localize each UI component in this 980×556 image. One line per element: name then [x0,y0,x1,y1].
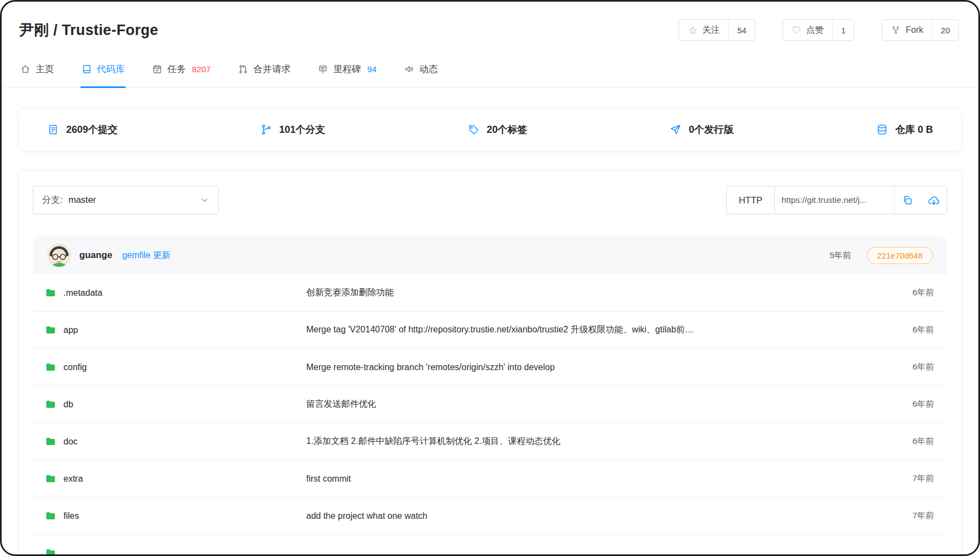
download-button[interactable] [920,186,947,214]
file-name: doc [63,437,78,447]
file-commit-message[interactable]: Merge tag 'V20140708' of http://reposito… [306,324,912,336]
repo-stats-bar: 2609个提交 101个分支 20个标签 [18,108,962,151]
copy-url-button[interactable] [894,186,920,214]
tab-milestones[interactable]: 里程碑 94 [317,52,377,87]
tab-milestones-label: 里程碑 [333,63,361,75]
repo-browser-card: 分支: master HTTP [18,170,962,556]
file-name: config [63,362,87,372]
branch-name: master [68,195,96,204]
fork-main[interactable]: Fork [882,20,932,40]
fork-label: Fork [906,25,923,35]
table-row[interactable]: app Merge tag 'V20140708' of http://repo… [33,312,947,349]
folder-icon [45,510,56,522]
table-row[interactable]: doc 1.添加文档 2.邮件中缺陷序号计算机制优化 2.项目、课程动态优化 6… [33,423,947,460]
file-name: files [63,511,79,521]
latest-commit-meta: 5年前 221e70d648 [830,247,933,264]
file-commit-message[interactable]: add the project what one watch [306,511,912,521]
milestone-icon [318,64,328,74]
tab-activity[interactable]: 动态 [403,52,439,87]
tab-repository-label: 代码库 [97,63,125,75]
database-icon [876,124,888,136]
branch-icon [260,124,272,136]
folder-icon [45,436,56,447]
header-actions: ☆ 关注 54 ♡ 点赞 1 [679,19,959,41]
page-title[interactable]: 尹刚 / Trustie-Forge [19,20,158,40]
merge-request-icon [238,64,248,74]
watch-count[interactable]: 54 [728,20,755,40]
file-name: extra [63,474,83,484]
commit-message-link[interactable]: gemfile 更新 [122,250,170,261]
tab-tasks-count: 8207 [192,65,211,74]
file-name-cell[interactable]: doc [45,436,306,447]
like-count[interactable]: 1 [832,20,854,40]
watch-main[interactable]: ☆ 关注 [679,20,728,40]
watch-label: 关注 [702,25,720,36]
stat-branches-label: 101个分支 [279,123,325,136]
stat-repo-size[interactable]: 仓库 0 B [876,123,933,136]
file-name-cell[interactable]: app [45,324,306,336]
folder-icon [45,287,56,299]
table-row[interactable]: files add the project what one watch 7年前 [33,498,947,535]
tab-tasks-label: 任务 [167,63,186,75]
fork-button[interactable]: Fork 20 [882,19,959,41]
tab-merge-requests-label: 合并请求 [253,63,290,75]
tab-tasks[interactable]: 任务 8207 [151,52,212,87]
clone-url-group: HTTP [726,186,947,214]
file-commit-message[interactable]: 创新竞赛添加删除功能 [306,287,912,299]
stat-branches[interactable]: 101个分支 [260,123,325,136]
branch-selector[interactable]: 分支: master [33,186,219,214]
commit-sha-badge[interactable]: 221e70d648 [867,247,933,264]
fork-count[interactable]: 20 [932,20,958,40]
table-row[interactable]: .metadata 创新竞赛添加删除功能 6年前 [33,274,947,312]
stat-tags-label: 20个标签 [487,123,527,136]
tab-merge-requests[interactable]: 合并请求 [237,52,291,87]
home-icon [20,64,31,74]
file-commit-time: 6年前 [912,436,934,447]
file-name-cell[interactable]: config [45,361,306,373]
clone-protocol-button[interactable]: HTTP [727,186,775,214]
commit-time: 5年前 [830,250,851,261]
file-commit-time: 6年前 [912,361,934,373]
heart-icon: ♡ [792,25,801,36]
commit-author[interactable]: guange [79,250,112,261]
folder-icon [45,547,56,556]
stat-releases-label: 0个发行版 [689,123,733,136]
file-name-cell[interactable]: extra [45,473,306,484]
file-commit-message[interactable]: Merge remote-tracking branch 'remotes/or… [306,362,912,372]
file-commit-message[interactable]: 1.添加文档 2.邮件中缺陷序号计算机制优化 2.项目、课程动态优化 [306,436,912,447]
repo-icon [81,64,92,74]
file-name-cell[interactable]: .metadata [45,287,306,299]
tab-repository[interactable]: 代码库 [80,52,126,87]
fork-icon [891,25,901,35]
folder-icon [45,399,56,410]
tab-milestones-count: 94 [367,65,376,74]
page-content: 2609个提交 101个分支 20个标签 [2,108,978,556]
table-row[interactable]: config Merge remote-tracking branch 'rem… [33,349,947,386]
cloud-download-icon [928,194,940,207]
file-commit-message[interactable]: first commit [306,474,912,484]
file-commit-time: 6年前 [912,287,934,299]
table-row[interactable]: extra first commit 7年前 [33,460,947,498]
tab-home[interactable]: 主页 [19,52,55,87]
file-name-cell[interactable]: db [45,399,306,410]
avatar[interactable] [47,243,71,267]
like-button[interactable]: ♡ 点赞 1 [783,19,854,41]
file-name-cell[interactable] [45,547,306,556]
app-window: 尹刚 / Trustie-Forge ☆ 关注 54 ♡ 点赞 1 [0,0,980,556]
table-row[interactable]: db 留言发送邮件优化 6年前 [33,386,947,423]
file-commit-time: 7年前 [912,473,934,484]
folder-icon [45,361,56,373]
file-commit-message[interactable]: 留言发送邮件优化 [306,399,912,410]
file-name: app [63,325,78,335]
table-row[interactable] [33,535,947,556]
stat-tags[interactable]: 20个标签 [468,123,527,136]
repo-toolbar: 分支: master HTTP [33,186,947,214]
watch-button[interactable]: ☆ 关注 54 [679,19,755,41]
file-commit-time: 6年前 [912,324,934,336]
like-main[interactable]: ♡ 点赞 [783,20,832,40]
copy-icon [902,195,913,206]
file-name-cell[interactable]: files [45,510,306,522]
stat-releases[interactable]: 0个发行版 [669,123,733,136]
clone-url-input[interactable] [775,186,894,214]
stat-commits[interactable]: 2609个提交 [47,123,118,136]
